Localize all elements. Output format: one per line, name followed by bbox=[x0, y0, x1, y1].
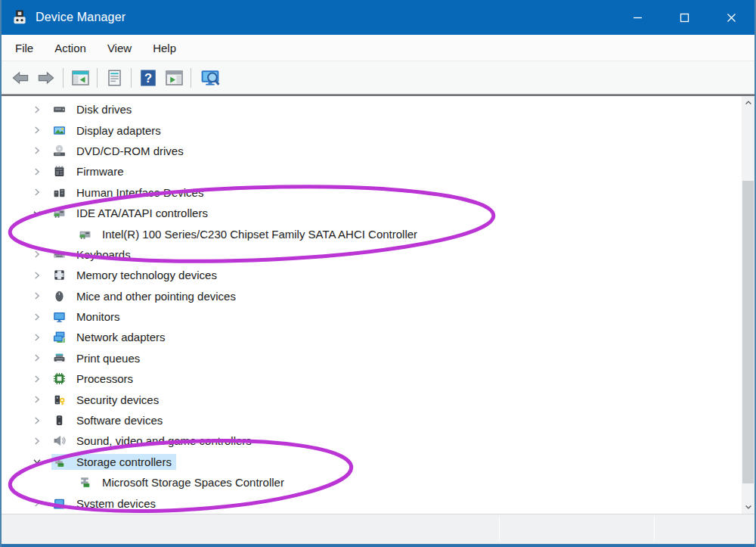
help-button[interactable]: ? bbox=[135, 66, 161, 90]
firmware-chip-icon bbox=[53, 165, 68, 178]
tree-child-item[interactable]: Microsoft Storage Spaces Controller bbox=[2, 472, 754, 493]
tree-item-content[interactable]: Monitors bbox=[51, 309, 125, 325]
tree-item[interactable]: Software devices bbox=[2, 410, 754, 430]
chevron-right-icon[interactable] bbox=[32, 291, 51, 301]
tree-item-content[interactable]: DVD/CD-ROM drives bbox=[51, 143, 188, 159]
chevron-right-icon[interactable] bbox=[32, 270, 51, 281]
tree-item-label: Monitors bbox=[76, 311, 120, 322]
statusbar bbox=[2, 514, 754, 543]
tree-item[interactable]: Storage controllers bbox=[2, 452, 754, 472]
tree-item[interactable]: Firmware bbox=[2, 161, 754, 182]
scroll-up-button[interactable] bbox=[742, 96, 754, 110]
show-console-tree-button[interactable] bbox=[67, 66, 93, 90]
display-adapter-icon bbox=[53, 124, 68, 137]
tree-item-content[interactable]: Print queues bbox=[51, 350, 144, 366]
tree-item-content[interactable]: IDE ATA/ATAPI controllers bbox=[51, 205, 212, 221]
tree-item-content[interactable]: System devices bbox=[51, 496, 160, 511]
tree-item[interactable]: Monitors bbox=[2, 306, 754, 327]
tree-item-content[interactable]: Microsoft Storage Spaces Controller bbox=[77, 474, 289, 490]
chevron-down-icon[interactable] bbox=[32, 456, 51, 467]
tree-item-label: Storage controllers bbox=[76, 456, 172, 468]
menu-action[interactable]: Action bbox=[44, 42, 97, 54]
tree-item-content[interactable]: Storage controllers bbox=[51, 454, 176, 470]
tree-item-label: Memory technology devices bbox=[76, 269, 217, 281]
menu-file[interactable]: File bbox=[5, 42, 44, 54]
tree-item[interactable]: Processors bbox=[2, 368, 754, 389]
chevron-down-icon[interactable] bbox=[32, 208, 51, 219]
minimize-button[interactable] bbox=[614, 0, 661, 35]
menu-help[interactable]: Help bbox=[142, 42, 187, 54]
chevron-right-icon[interactable] bbox=[32, 353, 51, 363]
tree-item[interactable]: Human Interface Devices bbox=[2, 182, 754, 203]
menubar: File Action View Help bbox=[2, 35, 754, 61]
tree-item[interactable]: Security devices bbox=[2, 389, 754, 409]
tree-item[interactable]: DVD/CD-ROM drives bbox=[2, 141, 754, 161]
tree-item-content[interactable]: Keyboards bbox=[51, 247, 135, 263]
chevron-right-icon[interactable] bbox=[32, 187, 51, 197]
back-button[interactable] bbox=[8, 66, 33, 90]
forward-button[interactable] bbox=[33, 66, 59, 90]
chevron-right-icon[interactable] bbox=[32, 249, 51, 260]
tree-item-label: Processors bbox=[76, 373, 133, 384]
chevron-right-icon[interactable] bbox=[32, 104, 51, 115]
tree-item-label: Firmware bbox=[76, 166, 124, 177]
toolbar: ? bbox=[2, 61, 754, 95]
chevron-right-icon[interactable] bbox=[32, 166, 51, 177]
vertical-scrollbar[interactable] bbox=[742, 96, 754, 514]
storage-controller-icon bbox=[53, 455, 68, 468]
chevron-right-icon[interactable] bbox=[32, 394, 51, 405]
show-action-pane-button[interactable] bbox=[161, 66, 187, 90]
chevron-right-icon[interactable] bbox=[32, 145, 51, 156]
tree-item-label: Sound, video and game controllers bbox=[76, 435, 252, 446]
close-button[interactable] bbox=[708, 0, 754, 35]
chevron-right-icon[interactable] bbox=[32, 312, 51, 322]
tree-item[interactable]: System devices bbox=[2, 493, 754, 513]
tree-item-content[interactable]: Software devices bbox=[51, 412, 167, 428]
tree-item-label: Display adapters bbox=[76, 125, 161, 136]
properties-button[interactable] bbox=[101, 66, 127, 90]
tree-item-content[interactable]: Security devices bbox=[51, 392, 163, 408]
tree-item[interactable]: Network adapters bbox=[2, 327, 754, 347]
tree-item-content[interactable]: Memory technology devices bbox=[51, 267, 222, 283]
chevron-right-icon[interactable] bbox=[32, 125, 51, 135]
toolbar-separator bbox=[63, 68, 64, 88]
tree-item[interactable]: Display adapters bbox=[2, 120, 754, 140]
tree-item[interactable]: Memory technology devices bbox=[2, 265, 754, 285]
tree-item-label: DVD/CD-ROM drives bbox=[76, 145, 184, 157]
dvd-drive-icon bbox=[53, 145, 68, 157]
tree-item[interactable]: Disk drives bbox=[2, 99, 754, 120]
chevron-right-icon[interactable] bbox=[32, 498, 51, 508]
scrollbar-thumb[interactable] bbox=[742, 181, 754, 483]
software-device-icon bbox=[53, 414, 68, 427]
tree-item-content[interactable]: Network adapters bbox=[51, 329, 170, 345]
tree-item-content[interactable]: Processors bbox=[51, 371, 138, 387]
tree-item-content[interactable]: Firmware bbox=[51, 163, 129, 179]
tree-item[interactable]: Mice and other pointing devices bbox=[2, 286, 754, 306]
scan-for-hardware-changes-button[interactable] bbox=[195, 66, 225, 90]
chevron-right-icon[interactable] bbox=[32, 415, 51, 426]
tree-item-content[interactable]: Intel(R) 100 Series/C230 Chipset Family … bbox=[77, 226, 422, 242]
chevron-right-icon[interactable] bbox=[32, 436, 51, 446]
tree-item[interactable]: Keyboards bbox=[2, 244, 754, 265]
tree-item-content[interactable]: Mice and other pointing devices bbox=[51, 288, 240, 304]
tree-item-content[interactable]: Disk drives bbox=[51, 101, 136, 117]
device-tree: Disk drivesDisplay adaptersDVD/CD-ROM dr… bbox=[2, 96, 754, 514]
maximize-button[interactable] bbox=[661, 0, 708, 35]
scroll-down-button[interactable] bbox=[742, 500, 754, 514]
statusbar-separator bbox=[654, 517, 655, 541]
security-key-icon bbox=[53, 393, 68, 406]
tree-child-item[interactable]: Intel(R) 100 Series/C230 Chipset Family … bbox=[2, 223, 754, 244]
tree-item[interactable]: IDE ATA/ATAPI controllers bbox=[2, 203, 754, 223]
tree-item-content[interactable]: Human Interface Devices bbox=[51, 185, 208, 200]
keyboard-icon bbox=[53, 248, 68, 261]
chevron-right-icon[interactable] bbox=[32, 332, 51, 343]
tree-item[interactable]: Sound, video and game controllers bbox=[2, 430, 754, 451]
tree-item-content[interactable]: Display adapters bbox=[51, 123, 166, 138]
tree-item-content[interactable]: Sound, video and game controllers bbox=[51, 433, 256, 449]
chevron-right-icon[interactable] bbox=[32, 374, 51, 384]
ide-controller-icon bbox=[53, 207, 68, 219]
device-manager-icon bbox=[11, 9, 28, 26]
memory-chip-icon bbox=[53, 269, 68, 281]
tree-item[interactable]: Print queues bbox=[2, 348, 754, 368]
menu-view[interactable]: View bbox=[97, 42, 142, 54]
